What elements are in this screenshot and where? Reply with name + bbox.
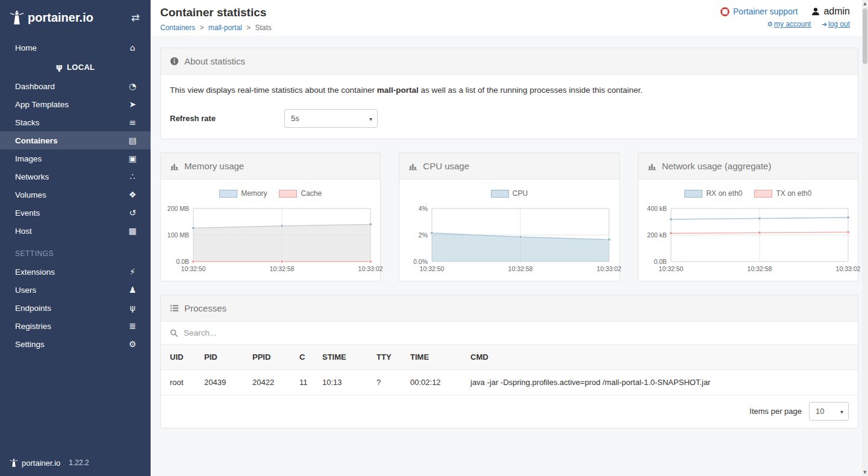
network-chart-legend: RX on eth0TX on eth0 <box>643 189 853 198</box>
sidebar-section-local: ψLOCAL <box>0 57 151 77</box>
charts-row: Memory usage MemoryCache 200 MB100 MB0.0… <box>160 152 858 281</box>
sidebar-item-endpoints[interactable]: Endpointsψ <box>0 299 151 317</box>
footer-logo-text: portainer.io <box>22 459 60 468</box>
legend-label: Cache <box>301 189 322 198</box>
breadcrumb: Containers > mall-portal > Stats <box>160 23 272 32</box>
svg-text:10:32:58: 10:32:58 <box>508 265 533 272</box>
sidebar-item-label: Events <box>15 208 40 218</box>
process-cell: 20439 <box>198 370 246 395</box>
table-header-row: UIDPIDPPIDCSTIMETTYTIMECMD <box>161 345 858 370</box>
breadcrumb-current: Stats <box>255 23 271 32</box>
sidebar-item-registries[interactable]: Registries≣ <box>0 317 151 335</box>
refresh-rate-label: Refresh rate <box>170 114 284 123</box>
sidebar-item-app-templates[interactable]: App Templates➤ <box>0 95 151 113</box>
plug-icon: ψ <box>56 62 63 72</box>
svg-text:0.0%: 0.0% <box>413 258 428 265</box>
column-header-pid: PID <box>198 345 246 370</box>
home-icon: ⌂ <box>126 43 139 52</box>
log-out-link[interactable]: ➔log out <box>822 20 850 28</box>
breadcrumb-separator: > <box>246 23 251 32</box>
cpu-chart: 4%2%0.0%10:32:5010:32:5810:33:02 <box>404 204 614 275</box>
legend-label: CPU <box>513 189 528 198</box>
cpu-chart-legend: CPU <box>404 189 614 198</box>
cpu-usage-header: CPU usage <box>399 153 619 180</box>
version-label: 1.22.2 <box>69 459 89 467</box>
about-statistics-title: About statistics <box>184 56 245 66</box>
host-icon: ▦ <box>126 226 139 236</box>
images-icon: ▣ <box>126 154 139 163</box>
life-ring-icon <box>720 7 729 16</box>
container-name: mall-portal <box>377 86 419 95</box>
sidebar-item-networks[interactable]: Networks∴ <box>0 168 151 186</box>
scroll-up-arrow[interactable]: ▲ <box>862 0 868 7</box>
items-per-page-select[interactable]: 10 <box>809 402 849 421</box>
process-cell: 00:02:12 <box>404 370 464 395</box>
bar-chart-icon <box>648 161 657 171</box>
sidebar-item-extensions[interactable]: Extensions⚡ <box>0 263 151 281</box>
legend-label: TX on eth0 <box>776 189 811 198</box>
legend-label: Memory <box>241 189 267 198</box>
svg-text:10:33:02: 10:33:02 <box>358 265 383 272</box>
sidebar-item-events[interactable]: Events↺ <box>0 204 151 222</box>
process-cell: ? <box>370 370 404 395</box>
legend-tx-on-eth0: TX on eth0 <box>754 189 811 198</box>
about-description: This view displays real-time statistics … <box>170 86 849 95</box>
sidebar-item-volumes[interactable]: Volumes❖ <box>0 186 151 204</box>
top-header: Container statistics Containers > mall-p… <box>151 0 868 36</box>
sidebar-section-settings: SETTINGS <box>0 240 151 263</box>
my-account-link[interactable]: ⚙my account <box>767 20 811 28</box>
support-label: Portainer support <box>733 7 798 16</box>
wrench-icon: ⚙ <box>767 20 773 28</box>
sidebar-item-stacks[interactable]: Stacks≡ <box>0 113 151 131</box>
search-input[interactable] <box>184 328 437 337</box>
column-header-time: TIME <box>404 345 464 370</box>
column-header-ppid: PPID <box>246 345 293 370</box>
log-out-label: log out <box>828 20 850 28</box>
process-cell: 10:13 <box>316 370 370 395</box>
refresh-rate-select[interactable]: 5s <box>284 109 378 128</box>
sidebar-item-dashboard[interactable]: Dashboard◔ <box>0 77 151 95</box>
portainer-support-link[interactable]: Portainer support <box>720 7 798 16</box>
column-header-uid: UID <box>161 345 198 370</box>
svg-text:10:33:02: 10:33:02 <box>835 265 860 272</box>
items-per-page-label: Items per page <box>749 407 802 416</box>
cpu-usage-widget: CPU usage CPU 4%2%0.0%10:32:5010:32:5810… <box>399 152 619 281</box>
page-content: About statistics This view displays real… <box>151 36 868 476</box>
sidebar-item-label: App Templates <box>15 100 69 109</box>
sidebar-item-label: Stacks <box>15 118 40 127</box>
endpoints-icon: ψ <box>126 303 139 313</box>
cpu-usage-title: CPU usage <box>423 161 469 171</box>
svg-text:4%: 4% <box>419 205 428 212</box>
breadcrumb-container-link[interactable]: mall-portal <box>208 23 242 32</box>
sidebar-item-host[interactable]: Host▦ <box>0 222 151 240</box>
breadcrumb-containers-link[interactable]: Containers <box>160 23 195 32</box>
sidebar-toggle-icon[interactable]: ⇄ <box>131 11 140 23</box>
sidebar-item-containers[interactable]: Containers▤ <box>0 131 151 149</box>
scroll-thumb[interactable] <box>863 8 867 64</box>
memory-usage-title: Memory usage <box>184 161 244 171</box>
sidebar-item-label: Users <box>15 286 36 295</box>
column-header-cmd: CMD <box>464 345 858 370</box>
portainer-logo[interactable]: portainer.io <box>10 10 93 25</box>
sidebar-item-label: Home <box>15 43 37 52</box>
search-bar <box>161 322 858 345</box>
sidebar-item-settings[interactable]: Settings⚙ <box>0 335 151 353</box>
user-menu[interactable]: admin <box>811 6 850 17</box>
processes-widget: Processes UIDPIDPPIDCSTIMETTYTIM <box>160 295 858 428</box>
volumes-icon: ❖ <box>126 190 139 199</box>
sidebar: portainer.io ⇄ Home⌂ψLOCALDashboard◔App … <box>0 0 151 476</box>
sidebar-item-home[interactable]: Home⌂ <box>0 39 151 57</box>
vertical-scrollbar[interactable]: ▲ ▼ <box>862 0 868 476</box>
svg-text:400 kB: 400 kB <box>647 205 667 212</box>
legend-label: RX on eth0 <box>706 189 742 198</box>
sidebar-footer: portainer.io 1.22.2 <box>0 451 151 476</box>
username-label: admin <box>823 6 850 17</box>
column-header-tty: TTY <box>370 345 404 370</box>
scroll-down-arrow[interactable]: ▼ <box>862 469 868 476</box>
sidebar-item-users[interactable]: Users♟ <box>0 281 151 299</box>
svg-text:2%: 2% <box>419 231 428 239</box>
sidebar-item-label: Settings <box>15 340 45 349</box>
dashboard-icon: ◔ <box>126 81 139 91</box>
sidebar-item-label: Host <box>15 227 32 236</box>
sidebar-item-images[interactable]: Images▣ <box>0 149 151 168</box>
